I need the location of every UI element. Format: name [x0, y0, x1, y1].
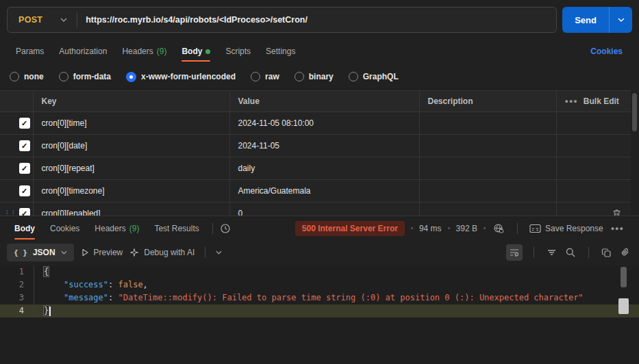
value-column-header: Value — [229, 91, 419, 112]
param-value[interactable]: 0 — [229, 203, 419, 216]
response-tab-body[interactable]: Body — [7, 216, 42, 240]
param-description[interactable] — [419, 157, 556, 180]
globe-lock-icon — [493, 223, 504, 234]
param-key[interactable]: cron[0][timezone] — [33, 180, 229, 203]
tab-authorization[interactable]: Authorization — [51, 40, 114, 63]
row-checkbox[interactable]: ✓ — [19, 185, 30, 196]
table-header-row: Key Value Description ●●● Bulk Edit — [0, 91, 631, 112]
send-options-button[interactable] — [609, 7, 632, 33]
response-time[interactable]: 94 ms — [419, 224, 442, 233]
method-select[interactable]: POST — [8, 8, 77, 32]
send-button[interactable]: Send — [562, 7, 609, 33]
url-input[interactable] — [77, 15, 556, 25]
row-checkbox[interactable]: ✓ — [19, 163, 30, 174]
tab-settings[interactable]: Settings — [258, 40, 303, 63]
mode-form-data-label: form-data — [73, 72, 111, 81]
search-button[interactable] — [564, 246, 577, 259]
response-more-button[interactable]: ●●● — [610, 224, 625, 233]
table-row: ✓ cron[0][timezone] America/Guatemala — [0, 180, 631, 203]
link-button[interactable] — [618, 246, 632, 259]
code-line-active: 4 } — [0, 304, 639, 317]
delete-row-button[interactable] — [611, 207, 623, 216]
copy-icon — [601, 248, 612, 258]
param-description[interactable] — [419, 112, 556, 135]
param-value[interactable]: America/Guatemala — [229, 180, 419, 203]
scrollbar-thumb[interactable] — [621, 267, 627, 287]
row-checkbox[interactable]: ✓ — [19, 208, 30, 216]
param-key[interactable]: cron[0][enabled] — [33, 203, 229, 216]
dot-separator — [411, 227, 413, 229]
scrollbar-thumb-active[interactable] — [618, 298, 629, 314]
param-description[interactable] — [419, 180, 556, 203]
row-checkbox[interactable]: ✓ — [19, 118, 30, 129]
save-response-button[interactable]: Save Response — [529, 224, 603, 233]
param-value[interactable]: 2024-11-05 — [229, 135, 419, 157]
tab-headers-label: Headers — [122, 47, 153, 56]
ellipsis-icon: ●●● — [565, 98, 578, 105]
param-description[interactable] — [419, 203, 556, 216]
format-select[interactable]: { } JSON — [7, 244, 74, 261]
row-checkbox[interactable]: ✓ — [19, 140, 30, 151]
response-tab-headers[interactable]: Headers (9) — [87, 216, 147, 240]
line-number: 3 — [0, 291, 34, 304]
chevron-down-icon — [618, 18, 625, 22]
json-bool-value: false — [118, 280, 142, 289]
tab-body[interactable]: Body — [174, 40, 218, 63]
history-clock-icon — [220, 223, 231, 234]
status-badge[interactable]: 500 Internal Server Error — [295, 221, 405, 236]
network-info-button[interactable] — [492, 222, 505, 235]
word-wrap-button[interactable] — [506, 244, 523, 261]
radio-icon — [10, 72, 19, 81]
mode-graphql[interactable]: GraphQL — [349, 72, 399, 81]
response-body-editor[interactable]: 1 { 2 "success": false, 3 "message": "Da… — [0, 265, 639, 364]
response-history-button[interactable] — [218, 222, 232, 235]
tab-headers[interactable]: Headers (9) — [114, 40, 174, 63]
comma: , — [143, 280, 148, 289]
select-column-header — [0, 91, 33, 112]
format-label: JSON — [33, 248, 55, 257]
request-bar: POST Send — [0, 0, 639, 40]
trash-icon — [612, 209, 621, 216]
divider — [212, 223, 213, 234]
dot-separator — [448, 227, 450, 229]
save-response-icon — [529, 224, 541, 233]
json-key: "message" — [64, 293, 108, 302]
mode-urlencoded-label: x-www-form-urlencoded — [141, 72, 236, 81]
param-key[interactable]: cron[0][time] — [33, 112, 229, 135]
mode-none[interactable]: none — [10, 72, 44, 81]
bulk-edit-button[interactable]: ●●● Bulk Edit — [565, 96, 623, 106]
dot-separator — [484, 227, 486, 229]
mode-form-data[interactable]: form-data — [59, 72, 111, 81]
json-string-value: "DateTime::modify(): Failed to parse tim… — [118, 293, 583, 302]
drag-handle-icon[interactable]: ⋮⋮ — [4, 210, 16, 216]
mode-raw[interactable]: raw — [251, 72, 279, 81]
postman-window: POST Send Params Authorization Headers (… — [0, 0, 639, 364]
response-tab-test-results[interactable]: Test Results — [147, 216, 206, 240]
param-value[interactable]: 2024-11-05 08:10:00 — [229, 112, 419, 135]
text-cursor — [49, 307, 51, 316]
param-value[interactable]: daily — [229, 157, 419, 180]
param-description[interactable] — [419, 135, 556, 157]
mode-x-www-form-urlencoded[interactable]: x-www-form-urlencoded — [126, 72, 236, 82]
param-key[interactable]: cron[0][date] — [33, 135, 229, 157]
mode-none-label: none — [24, 72, 44, 81]
tab-settings-label: Settings — [266, 47, 295, 56]
copy-button[interactable] — [600, 246, 613, 259]
response-headers-count: (9) — [129, 224, 140, 233]
body-mode-row: none form-data x-www-form-urlencoded raw… — [0, 63, 639, 90]
scrollbar-thumb[interactable] — [632, 93, 637, 131]
response-tab-cookies[interactable]: Cookies — [42, 216, 87, 240]
cookies-link[interactable]: Cookies — [590, 47, 631, 56]
beautify-button[interactable] — [545, 246, 558, 259]
urlencoded-params-table: Key Value Description ●●● Bulk Edit ✓ cr… — [0, 90, 639, 216]
debug-with-ai-button[interactable]: Debug with AI — [129, 247, 222, 258]
url-box: POST — [7, 7, 557, 33]
param-key[interactable]: cron[0][repeat] — [33, 157, 229, 180]
mode-binary[interactable]: binary — [295, 72, 334, 81]
tab-params[interactable]: Params — [8, 40, 51, 63]
table-scrollbar[interactable] — [631, 92, 638, 216]
tab-scripts[interactable]: Scripts — [218, 40, 258, 63]
response-size[interactable]: 392 B — [456, 224, 477, 233]
preview-button[interactable]: Preview — [81, 248, 123, 257]
radio-selected-icon — [126, 72, 136, 82]
